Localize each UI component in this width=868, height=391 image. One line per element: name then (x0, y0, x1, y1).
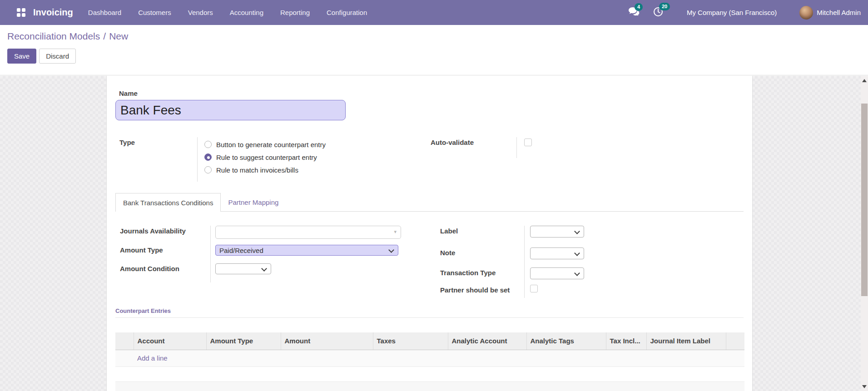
partner-should-be-set-label: Partner should be set (440, 285, 524, 298)
scroll-up-arrow-icon (862, 79, 867, 82)
amount-condition-select[interactable] (215, 263, 271, 274)
activities-menu[interactable]: 20 (653, 7, 663, 19)
top-navbar: Invoicing Dashboard Customers Vendors Ac… (0, 0, 868, 25)
header-selector-column (115, 332, 134, 350)
nav-item-vendors[interactable]: Vendors (188, 9, 213, 16)
label-field-label: Label (440, 226, 524, 247)
app-brand[interactable]: Invoicing (33, 7, 73, 18)
name-input[interactable] (115, 100, 346, 120)
messages-menu[interactable]: 4 (629, 7, 640, 18)
nav-item-configuration[interactable]: Configuration (327, 9, 367, 16)
tab-partner-mapping[interactable]: Partner Mapping (221, 193, 286, 211)
auto-validate-label: Auto-validate (431, 137, 516, 158)
radio-icon[interactable] (204, 141, 212, 148)
name-field-label: Name (119, 89, 744, 97)
top-field-group: Type Button to generate counterpart entr… (115, 137, 744, 182)
breadcrumb-current: New (109, 31, 128, 41)
type-radio-group: Button to generate counterpart entry Rul… (197, 137, 326, 182)
auto-validate-cell (516, 137, 532, 158)
amount-condition-label: Amount Condition (115, 263, 210, 282)
type-field-label: Type (115, 137, 197, 182)
form-sheet: Name Type Button to generate counterpart… (106, 76, 753, 391)
header-trailing-column (726, 332, 744, 350)
scrollbar-down-button[interactable] (861, 382, 868, 391)
header-account: Account (134, 332, 206, 350)
tab-page-bank-transactions-conditions: Journals Availability ▾ Amount Type Paid… (115, 212, 744, 298)
save-button[interactable]: Save (7, 49, 36, 64)
journals-availability-input[interactable]: ▾ (215, 226, 401, 239)
partner-should-be-set-checkbox[interactable] (530, 285, 538, 292)
scroll-down-arrow-icon (862, 385, 867, 388)
row-selector-cell (115, 350, 134, 366)
activities-badge: 20 (659, 3, 670, 10)
tab-bank-transactions-conditions[interactable]: Bank Transactions Conditions (115, 193, 221, 212)
nav-item-customers[interactable]: Customers (138, 9, 171, 16)
vertical-scrollbar[interactable] (861, 76, 868, 391)
breadcrumb-parent-link[interactable]: Reconciliation Models (7, 31, 100, 41)
notebook: Bank Transactions Conditions Partner Map… (115, 193, 744, 298)
auto-validate-checkbox[interactable] (524, 139, 532, 146)
nav-item-accounting[interactable]: Accounting (230, 9, 263, 16)
note-select[interactable] (530, 247, 584, 259)
header-journal-item-label: Journal Item Label (646, 332, 726, 350)
nav-item-dashboard[interactable]: Dashboard (88, 9, 121, 16)
journals-availability-label: Journals Availability (115, 226, 210, 245)
header-analytic-account: Analytic Account (448, 332, 526, 350)
counterpart-entries-title: Counterpart Entries (115, 307, 744, 318)
dropdown-caret-icon[interactable]: ▾ (394, 229, 397, 234)
control-panel-buttons: Save Discard (7, 49, 868, 64)
tab-bar: Bank Transactions Conditions Partner Map… (115, 193, 744, 212)
header-tax-included: Tax Incl... (606, 332, 646, 350)
user-avatar[interactable] (799, 6, 813, 20)
header-amount: Amount (281, 332, 373, 350)
note-field-label: Note (440, 247, 524, 267)
navbar-systray: 4 20 My Company (San Francisco) Mitchell… (629, 6, 868, 20)
radio-option-button-to-generate[interactable]: Button to generate counterpart entry (204, 138, 326, 151)
radio-icon[interactable] (204, 166, 212, 173)
radio-option-rule-to-match[interactable]: Rule to match invoices/bills (204, 163, 326, 176)
scrollbar-thumb[interactable] (861, 104, 868, 296)
nav-menu: Dashboard Customers Vendors Accounting R… (88, 9, 384, 16)
counterpart-table: Account Amount Type Amount Taxes Analyti… (115, 332, 744, 391)
header-taxes: Taxes (373, 332, 448, 350)
header-amount-type: Amount Type (206, 332, 281, 350)
transaction-type-label: Transaction Type (440, 267, 524, 285)
amount-type-label: Amount Type (115, 245, 210, 263)
amount-type-select[interactable]: Paid/Received (215, 245, 398, 256)
messages-badge: 4 (635, 3, 643, 11)
user-menu[interactable]: Mitchell Admin (817, 9, 861, 16)
label-select[interactable] (530, 226, 584, 238)
breadcrumb-separator: / (100, 31, 109, 41)
add-a-line-link[interactable]: Add a line (137, 354, 168, 362)
scrollbar-up-button[interactable] (861, 76, 868, 85)
company-switcher[interactable]: My Company (San Francisco) (687, 9, 777, 16)
apps-grid-icon[interactable] (17, 8, 25, 17)
header-analytic-tags: Analytic Tags (526, 332, 606, 350)
amount-type-selected-value: Paid/Received (219, 247, 263, 254)
breadcrumb: Reconciliation Models/New (7, 31, 868, 42)
add-line-row: Add a line (115, 350, 744, 366)
content-area: Name Type Button to generate counterpart… (0, 76, 868, 391)
transaction-type-select[interactable] (530, 267, 584, 279)
empty-row (115, 366, 744, 381)
nav-item-reporting[interactable]: Reporting (280, 9, 310, 16)
control-panel: Reconciliation Models/New Save Discard (0, 25, 868, 75)
radio-selected-icon[interactable] (204, 153, 212, 161)
table-header-row: Account Amount Type Amount Taxes Analyti… (115, 332, 744, 350)
discard-button[interactable]: Discard (39, 49, 76, 64)
radio-option-rule-to-suggest[interactable]: Rule to suggest counterpart entry (204, 151, 326, 163)
striped-row (115, 381, 744, 391)
